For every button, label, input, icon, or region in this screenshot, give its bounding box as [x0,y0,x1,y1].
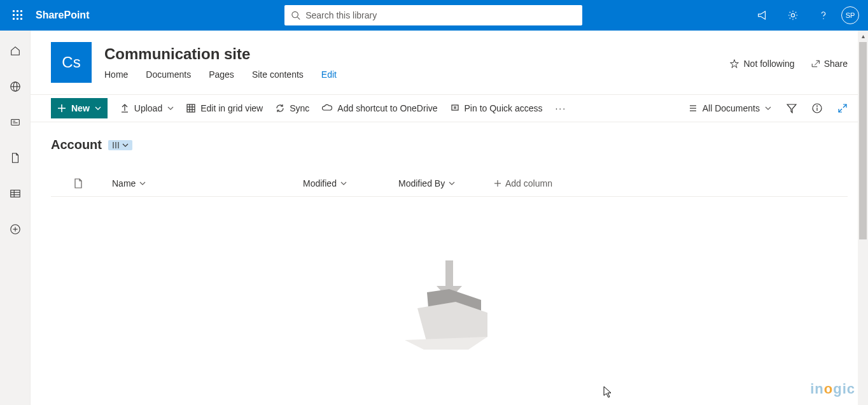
svg-rect-4 [17,14,18,16]
home-icon [10,45,21,57]
chevron-down-icon [449,180,455,187]
share-label: Share [824,59,848,69]
question-icon [818,10,829,21]
shortcut-button[interactable]: Add shortcut to OneDrive [322,103,437,113]
scrollbar[interactable]: ▴ [858,31,868,405]
svg-rect-3 [13,14,15,16]
search-container [284,5,582,25]
upload-icon [120,104,129,113]
edit-grid-button[interactable]: Edit in grid view [186,103,263,113]
edit-grid-label: Edit in grid view [200,103,263,113]
col-modified-by[interactable]: Modified By [398,178,494,188]
suite-header-right: SP [747,0,865,31]
col-modified-label: Modified [303,178,337,188]
app-name[interactable]: SharePoint [36,10,89,21]
file-icon [74,178,83,188]
col-name-label: Name [112,178,136,188]
rail-global[interactable] [0,76,31,97]
svg-rect-0 [13,10,15,12]
rail-news[interactable] [0,112,31,132]
onedrive-shortcut-icon [322,104,332,113]
help-button[interactable] [808,0,839,31]
site-title[interactable]: Communication site [104,45,729,63]
svg-line-43 [839,109,842,112]
chevron-down-icon [122,142,129,148]
svg-line-10 [297,17,300,20]
app-launcher-button[interactable] [3,0,33,31]
plus-icon [57,104,66,113]
scroll-thumb[interactable] [859,42,867,239]
settings-button[interactable] [778,0,808,31]
info-button[interactable] [812,103,822,113]
site-header: Cs Communication site Home Documents Pag… [31,31,868,83]
megaphone-button[interactable] [747,0,778,31]
svg-point-42 [817,106,818,106]
library-view-chip[interactable] [108,140,132,150]
file-icon [10,152,20,164]
scroll-up-arrow[interactable]: ▴ [858,31,868,41]
new-button[interactable]: New [51,98,108,118]
command-bar: New Upload Edit in grid view [31,94,868,122]
nav-pages[interactable]: Pages [209,69,234,80]
more-button[interactable]: ··· [555,103,566,113]
nav-home[interactable]: Home [104,69,128,80]
svg-point-11 [791,13,794,17]
not-following-button[interactable]: Not following [729,59,794,69]
column-headers: Name Modified Modified By Add column [51,170,848,197]
nav-documents[interactable]: Documents [146,69,191,80]
more-icon: ··· [555,103,566,113]
svg-rect-5 [20,14,22,16]
site-nav: Home Documents Pages Site contents Edit [104,69,729,80]
filter-button[interactable] [787,103,797,113]
search-box[interactable] [284,5,582,25]
svg-rect-7 [17,18,18,20]
news-icon [10,117,21,128]
suite-header: SharePoint SP [0,0,868,31]
col-add-label: Add column [505,178,552,188]
svg-rect-19 [10,190,19,197]
search-input[interactable] [305,10,576,20]
nav-edit[interactable]: Edit [321,69,337,80]
svg-point-9 [292,11,298,17]
library-title: Account [51,138,102,152]
rail-create[interactable] [0,219,31,239]
rail-files[interactable] [0,148,31,168]
rail-home[interactable] [0,41,31,61]
site-logo[interactable]: Cs [51,42,92,83]
chevron-down-icon [95,105,101,111]
share-button[interactable]: Share [810,59,848,69]
col-modified[interactable]: Modified [303,178,398,188]
mouse-cursor [603,386,612,399]
sync-icon [276,104,284,113]
upload-button[interactable]: Upload [120,103,174,113]
nav-site-contents[interactable]: Site contents [252,69,304,80]
col-file-type[interactable] [74,178,112,188]
svg-rect-50 [445,260,453,287]
share-icon [810,59,820,69]
col-name[interactable]: Name [112,178,303,188]
avatar-initials: SP [846,11,855,19]
empty-folder-illustration [392,254,507,356]
grid-icon [186,104,195,113]
pin-button[interactable]: Pin to Quick access [451,103,543,113]
chevron-down-icon [340,180,347,187]
expand-button[interactable] [837,103,848,113]
chevron-down-icon [765,105,771,111]
info-icon [812,103,822,113]
col-add-column[interactable]: Add column [494,178,552,188]
megaphone-icon [757,10,768,21]
svg-rect-6 [13,18,15,20]
svg-point-12 [823,18,823,19]
plus-icon [494,180,501,187]
expand-icon [837,103,848,113]
library-content: Account Name [31,122,868,356]
sync-button[interactable]: Sync [276,103,309,113]
columns-icon [112,141,121,149]
view-selector[interactable]: All Documents [689,103,771,113]
waffle-icon [13,10,23,20]
rail-lists[interactable] [0,183,31,204]
svg-rect-1 [17,10,18,12]
user-avatar[interactable]: SP [841,6,859,24]
search-icon [291,10,300,20]
svg-rect-8 [20,18,22,20]
